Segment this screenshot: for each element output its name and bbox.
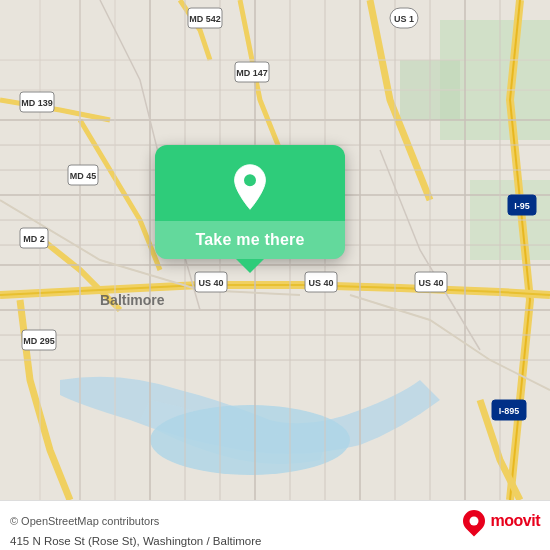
- location-popup: Take me there: [155, 145, 345, 259]
- svg-text:US 1: US 1: [394, 14, 414, 24]
- svg-text:MD 2: MD 2: [23, 234, 45, 244]
- attribution: © OpenStreetMap contributors: [10, 515, 159, 527]
- svg-text:US 40: US 40: [418, 278, 443, 288]
- svg-point-56: [243, 173, 257, 187]
- moovit-brand-text: moovit: [491, 512, 540, 530]
- svg-text:Baltimore: Baltimore: [100, 292, 165, 308]
- map-container: Baltimore MD 542 US 1 MD 139 MD 147 MD 4…: [0, 0, 550, 500]
- copyright-symbol: ©: [10, 515, 18, 527]
- attribution-text: OpenStreetMap contributors: [21, 515, 159, 527]
- address-line: 415 N Rose St (Rose St), Washington / Ba…: [10, 535, 261, 547]
- svg-text:MD 147: MD 147: [236, 68, 268, 78]
- svg-text:MD 45: MD 45: [70, 171, 97, 181]
- moovit-logo: moovit: [463, 510, 540, 532]
- svg-text:US 40: US 40: [308, 278, 333, 288]
- bottom-bar-row1: © OpenStreetMap contributors moovit: [10, 510, 540, 532]
- take-me-there-button[interactable]: Take me there: [155, 221, 345, 259]
- svg-point-1: [150, 405, 350, 475]
- svg-text:US 40: US 40: [198, 278, 223, 288]
- svg-text:MD 542: MD 542: [189, 14, 221, 24]
- svg-text:MD 295: MD 295: [23, 336, 55, 346]
- svg-text:I-95: I-95: [514, 201, 530, 211]
- popup-icon-area: [226, 145, 274, 221]
- svg-text:MD 139: MD 139: [21, 98, 53, 108]
- moovit-pin-inner: [469, 517, 478, 526]
- bottom-bar: © OpenStreetMap contributors moovit 415 …: [0, 500, 550, 550]
- moovit-pin-icon: [458, 505, 489, 536]
- location-pin-icon: [226, 163, 274, 211]
- svg-text:I-895: I-895: [499, 406, 520, 416]
